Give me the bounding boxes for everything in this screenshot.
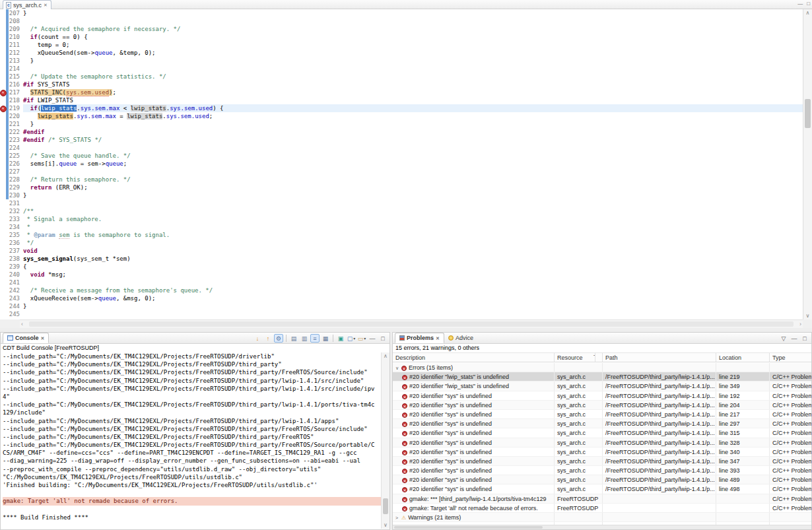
editor-vertical-scrollbar[interactable]: ∧ ∨ [803,9,812,319]
code-line[interactable]: 228 /* Return this semaphore. */ [0,176,812,183]
maximize-editor-icon[interactable]: □ [807,1,810,7]
console-output[interactable]: --include_path="C:/MyDocuments/EK_TM4C12… [1,352,381,529]
problems-row[interactable]: ✕#20 identifier "sys" is undefinedsys_ar… [393,466,811,475]
code-line[interactable]: 216#if SYS_STATS [0,81,812,88]
column-header-location[interactable]: Location [716,353,770,362]
scrollbar-thumb[interactable] [383,498,388,514]
code-line[interactable]: 227 [0,168,812,176]
open-console-dropdown-icon[interactable]: ▭▾ [357,334,366,343]
minimize-icon[interactable]: — [368,334,377,343]
maximize-icon[interactable]: □ [378,334,388,343]
code-line[interactable]: 213 } [0,57,812,65]
show-console-on-output-icon[interactable]: ⚙ [274,334,283,343]
code-line[interactable]: 245 [0,310,812,318]
scroll-up-icon[interactable]: ∧ [803,10,812,16]
code-line[interactable]: 214 [0,65,812,73]
open-console-icon[interactable]: ▣ [336,334,345,343]
view-menu-icon[interactable]: ▽ [779,334,788,343]
code-line[interactable]: 235 * @param sem is the semaphore to sig… [0,231,812,239]
code-line[interactable]: 230} [0,191,812,199]
code-line[interactable]: 241 [0,279,812,286]
code-line[interactable]: 231 [0,199,812,207]
problems-row[interactable]: ✕#20 identifier "sys" is undefinedsys_ar… [393,391,811,401]
code-line[interactable]: 212 xQueueSend(sem->queue, &temp, 0); [0,49,812,57]
scroll-down-icon[interactable]: ∨ [803,313,812,319]
code-line[interactable]: 220 lwip_stats.sys.sem.max = lwip_stats.… [0,112,812,120]
problems-horizontal-scrollbar[interactable] [393,525,811,529]
code-line[interactable]: 209 /* Acquired the semaphore if necessa… [0,25,812,33]
scrollbar-thumb[interactable] [29,321,794,327]
previous-annotation-icon[interactable]: ↑ [263,334,273,343]
scroll-lock-icon[interactable]: ≡ [310,334,320,343]
problems-row[interactable]: ✕#20 identifier "sys" is undefinedsys_ar… [393,484,811,494]
code-line[interactable]: 224 [0,144,812,152]
code-line[interactable]: 223#endif /* SYS_STATS */ [0,136,812,144]
problems-row[interactable]: ✕#20 identifier "sys" is undefinedsys_ar… [393,438,811,447]
code-editor[interactable]: 207}208209 /* Acquired the semaphore if … [0,9,812,319]
problems-row[interactable]: ✕gmake: Target 'all' not remade because … [393,504,811,513]
problems-row[interactable]: ✕gmake: *** [third_party/lwip-1.4.1/port… [393,494,811,504]
maximize-view-icon[interactable]: □ [800,334,809,343]
code-line[interactable]: 218#if LWIP_STATS [0,96,812,104]
code-line[interactable]: 243 xQueueReceive(sem->queue, &msg, 0); [0,294,812,302]
code-line[interactable]: 215 /* Update the semaphore statistics. … [0,73,812,81]
editor-tab-sys-arch[interactable]: c sys_arch.c ✕ [3,0,51,9]
code-line[interactable]: 240 void *msg; [0,271,812,279]
scrollbar-thumb[interactable] [805,99,811,128]
code-line[interactable]: 242 /* Receive a message from the semaph… [0,286,812,294]
code-line[interactable]: 244} [0,302,812,310]
minimize-view-icon[interactable]: — [790,334,799,343]
code-line[interactable]: 237void [0,247,812,255]
display-selected-console-icon[interactable]: ▢▾ [347,334,356,343]
code-line[interactable]: 226 sems[i].queue = sem->queue; [0,160,812,168]
problems-row[interactable]: ✕#20 identifier "sys" is undefinedsys_ar… [393,428,811,438]
code-line[interactable]: 208 [0,17,812,25]
close-tab-icon[interactable]: ✕ [44,3,48,7]
scroll-left-icon[interactable]: ‹ [21,321,23,327]
code-line[interactable]: ✕219 if(lwip_stats.sys.sem.max < lwip_st… [0,104,812,112]
code-line[interactable]: 234 * [0,223,812,231]
code-line[interactable]: 239{ [0,263,812,271]
code-line[interactable]: 232/** [0,207,812,215]
tab-advice[interactable]: Advice [444,333,477,343]
column-header-path[interactable]: Path [603,353,716,362]
scrollbar-thumb[interactable] [394,526,543,529]
collapse-icon[interactable]: ∨ [395,364,401,372]
column-header-type[interactable]: Type [770,353,811,362]
clear-console-icon[interactable]: ▦ [321,334,330,343]
code-line[interactable]: 222#endif [0,128,812,136]
problems-row[interactable]: ✕#20 identifier "sys" is undefinedsys_ar… [393,410,811,419]
pin-console-icon[interactable]: ▤ [289,334,298,343]
code-line[interactable]: 211 temp = 0; [0,41,812,49]
code-line[interactable]: 225 /* Save the queue handle. */ [0,152,812,160]
tab-console[interactable]: Console ✕ [3,333,49,343]
problems-row[interactable]: ✕#20 identifier "sys" is undefinedsys_ar… [393,447,811,457]
problems-row[interactable]: ✕#20 identifier "sys" is undefinedsys_ar… [393,401,811,410]
code-line[interactable]: 233 * Signal a semaphore. [0,215,812,223]
close-view-icon[interactable]: ✕ [436,336,440,341]
editor-horizontal-scrollbar[interactable]: ‹ › [20,319,803,328]
problems-row[interactable]: ✕#20 identifier "lwip_stats" is undefine… [393,372,811,381]
code-line[interactable]: 229 return (ERR_OK); [0,183,812,191]
code-line[interactable]: 221 } [0,120,812,128]
scroll-down-icon[interactable]: ∨ [382,522,389,528]
code-line[interactable]: 236 */ [0,239,812,247]
problems-row[interactable]: ✕#20 identifier "sys" is undefinedsys_ar… [393,419,811,428]
expand-icon[interactable]: > [395,513,401,521]
scroll-right-icon[interactable]: › [799,321,801,327]
code-line[interactable]: 210 if(count == 0) { [0,33,812,41]
column-header-description[interactable]: Description [393,353,555,362]
scroll-up-icon[interactable]: ∧ [382,353,389,359]
problems-row[interactable]: ✕#20 identifier "sys" is undefinedsys_ar… [393,475,811,484]
minimize-editor-icon[interactable]: — [797,1,803,7]
code-line[interactable]: 238sys_sem_signal(sys_sem_t *sem) [0,255,812,263]
word-wrap-icon[interactable]: ▥ [300,334,309,343]
close-view-icon[interactable]: ✕ [41,336,45,341]
problems-row[interactable]: ✕#20 identifier "sys" is undefinedsys_ar… [393,457,811,466]
code-line[interactable]: 207} [0,9,812,17]
problems-group-row[interactable]: >⚠Warnings (21 items) [393,513,811,522]
tab-problems[interactable]: Problems ✕ [395,333,444,343]
problems-row[interactable]: ✕#20 identifier "lwip_stats" is undefine… [393,381,811,391]
next-annotation-icon[interactable]: ↓ [253,334,262,343]
console-vertical-scrollbar[interactable]: ∧ ∨ [381,352,389,529]
